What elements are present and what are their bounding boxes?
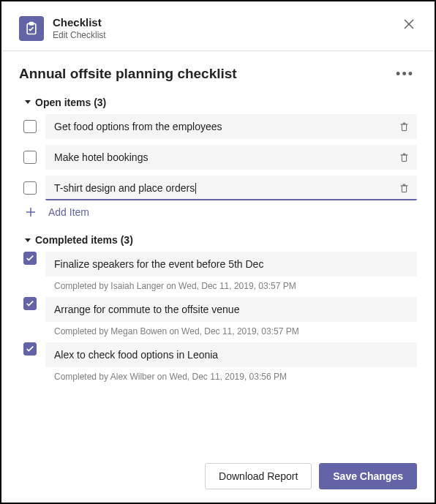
checkbox-checked[interactable] [23, 342, 37, 356]
delete-item-button[interactable] [397, 181, 411, 195]
item-text-input[interactable]: Make hotel bookings [45, 145, 417, 170]
checklist-modal: Checklist Edit Checklist Annual offsite … [1, 1, 435, 503]
title-row: Annual offsite planning checklist ••• [19, 64, 417, 83]
add-item-button[interactable]: Add Item [19, 206, 417, 218]
caret-down-icon [25, 100, 31, 104]
completed-item-meta: Completed by Isaiah Langer on Wed, Dec 1… [45, 277, 417, 291]
completed-items-label: Completed items (3) [35, 234, 133, 246]
completed-body: Arrange for commute to the offsite venue… [45, 297, 417, 336]
completed-item-meta: Completed by Megan Bowen on Wed, Dec 11,… [45, 322, 417, 336]
list-item: Finalize speakers for the event before 5… [19, 252, 417, 291]
completed-item-text: Alex to check food options in Leonia [45, 342, 417, 367]
completed-item-text: Arrange for commute to the offsite venue [45, 297, 417, 322]
checklist-app-icon [19, 16, 44, 41]
delete-item-button[interactable] [397, 119, 411, 133]
item-input-wrap: Make hotel bookings [45, 145, 417, 170]
caret-down-icon [25, 238, 31, 242]
list-item: Arrange for commute to the offsite venue… [19, 297, 417, 336]
checkbox[interactable] [23, 120, 37, 133]
list-item: Alex to check food options in Leonia Com… [19, 342, 417, 382]
trash-icon [399, 151, 410, 162]
more-actions-button[interactable]: ••• [393, 64, 417, 83]
svg-rect-1 [30, 23, 34, 25]
checkbox-checked[interactable] [23, 297, 37, 310]
check-icon [26, 299, 34, 308]
plus-icon [25, 206, 37, 218]
app-title: Checklist [53, 16, 392, 29]
delete-item-button[interactable] [397, 150, 411, 164]
completed-item-meta: Completed by Alex Wilber on Wed, Dec 11,… [45, 367, 417, 382]
completed-item-text: Finalize speakers for the event before 5… [45, 252, 417, 277]
check-icon [26, 345, 34, 353]
item-input-wrap: Get food options from the employees [45, 114, 417, 139]
list-item: Get food options from the employees [19, 114, 417, 139]
list-item: T-shirt design and place orders [19, 176, 417, 201]
header-divider [1, 50, 435, 51]
download-report-button[interactable]: Download Report [205, 463, 312, 489]
item-input-wrap: T-shirt design and place orders [45, 176, 417, 201]
trash-icon [399, 121, 410, 132]
header-text: Checklist Edit Checklist [53, 16, 392, 42]
add-item-label: Add Item [48, 206, 89, 218]
modal-footer: Download Report Save Changes [19, 451, 417, 489]
completed-items-list: Finalize speakers for the event before 5… [19, 252, 417, 388]
item-text-input[interactable]: Get food options from the employees [45, 114, 417, 139]
save-changes-button[interactable]: Save Changes [319, 463, 417, 489]
open-items-list: Get food options from the employees Make… [19, 114, 417, 219]
checkbox-checked[interactable] [23, 252, 37, 265]
close-icon [404, 19, 414, 29]
check-icon [26, 254, 34, 263]
ellipsis-icon: ••• [396, 67, 414, 81]
app-subtitle: Edit Checklist [53, 30, 392, 42]
open-items-header[interactable]: Open items (3) [25, 97, 417, 108]
completed-body: Alex to check food options in Leonia Com… [45, 342, 417, 382]
trash-icon [399, 182, 410, 193]
completed-body: Finalize speakers for the event before 5… [45, 252, 417, 291]
close-button[interactable] [401, 16, 417, 32]
checkbox[interactable] [23, 151, 37, 164]
page-title: Annual offsite planning checklist [19, 66, 237, 82]
item-text-input[interactable]: T-shirt design and place orders [45, 176, 417, 201]
modal-header: Checklist Edit Checklist [19, 16, 417, 42]
checkbox[interactable] [23, 181, 37, 195]
open-items-label: Open items (3) [35, 97, 106, 108]
completed-items-header[interactable]: Completed items (3) [25, 234, 417, 246]
list-item: Make hotel bookings [19, 145, 417, 170]
